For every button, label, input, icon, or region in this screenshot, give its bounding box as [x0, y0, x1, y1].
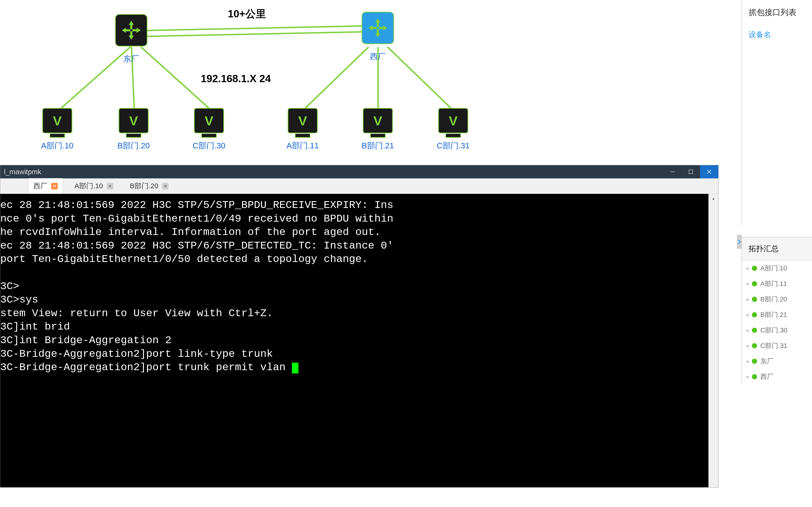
close-button[interactable] [700, 165, 718, 178]
topology-summary-item[interactable]: ▸B部门.20 [742, 291, 812, 307]
terminal-tabs: 西厂✕A部门.10✕B部门.20✕ [0, 178, 718, 194]
pc-c31[interactable]: V C部门.31 [437, 108, 470, 151]
pc-label: B部门.20 [117, 140, 150, 151]
terminal-output[interactable]: ec 28 21:48:01:569 2022 H3C STP/5/STP_BP… [0, 194, 718, 487]
status-dot-icon [752, 343, 757, 348]
terminal-tab[interactable]: B部门.20✕ [125, 178, 173, 194]
terminal-line: 3C]int Bridge-Aggregation 2 [0, 334, 716, 347]
chevron-right-icon: ▸ [747, 266, 749, 271]
terminal-line: he rcvdInfoWhile interval. Information o… [0, 226, 716, 239]
terminal-scrollbar[interactable]: ▴ [708, 194, 718, 487]
minimize-button[interactable] [663, 165, 682, 178]
panel-expand-handle[interactable] [737, 235, 742, 249]
topology-summary-title: 拓扑汇总 [742, 237, 812, 261]
terminal-line: 3C>sys [0, 293, 716, 307]
switch-east[interactable]: 东厂 [115, 14, 148, 64]
terminal-line: 3C]int brid [0, 320, 716, 334]
chevron-right-icon: ▸ [747, 343, 749, 349]
switch-label: 东厂 [123, 54, 139, 64]
status-dot-icon [752, 297, 757, 302]
maximize-icon [688, 169, 693, 174]
switch-west[interactable]: 西厂 [362, 12, 394, 62]
svg-line-7 [387, 47, 453, 110]
topology-summary-item[interactable]: ▸A部门.10 [742, 261, 812, 276]
capture-panel: 抓包接口列表 设备名 [742, 0, 812, 225]
terminal-window: l_mawitpmk 西厂✕A部门.10✕B部门.20✕ ec 28 21:48… [0, 165, 718, 488]
arrows-icon [367, 17, 388, 39]
pc-b21[interactable]: V B部门.21 [362, 108, 394, 151]
window-controls [663, 165, 718, 178]
terminal-line: port Ten-GigabitEthernet1/0/50 detected … [0, 252, 716, 266]
status-dot-icon [752, 281, 757, 286]
svg-line-1 [147, 32, 369, 36]
terminal-titlebar[interactable]: l_mawitpmk [0, 165, 718, 178]
svg-line-5 [303, 47, 369, 110]
terminal-line: 3C-Bridge-Aggregation2]port link-type tr… [0, 347, 716, 361]
pc-a10[interactable]: V A部门.10 [41, 108, 73, 151]
topology-summary-item[interactable]: ▸C部门.31 [742, 338, 812, 353]
terminal-tab[interactable]: A部门.10✕ [70, 178, 118, 194]
scroll-up-icon[interactable]: ▴ [708, 194, 718, 204]
summary-item-label: C部门.31 [760, 341, 787, 350]
terminal-line [0, 266, 716, 280]
status-dot-icon [752, 328, 757, 333]
tab-label: 西厂 [33, 181, 47, 191]
topology-summary-item[interactable]: ▸B部门.21 [742, 307, 812, 323]
topology-summary-item[interactable]: ▸西厂 [742, 369, 812, 385]
status-dot-icon [752, 374, 757, 379]
annotation-distance: 10+公里 [228, 7, 266, 21]
terminal-line: 3C-Bridge-Aggregation2]port trunk permit… [0, 361, 716, 374]
summary-item-label: B部门.20 [760, 295, 787, 304]
switch-icon [115, 14, 148, 47]
pc-c30[interactable]: V C部门.30 [193, 108, 225, 151]
pc-icon: V [119, 108, 149, 133]
pc-label: C部门.31 [437, 140, 470, 151]
pc-icon: V [194, 108, 224, 133]
tab-label: A部门.10 [74, 181, 103, 191]
pc-a11[interactable]: V A部门.11 [286, 108, 319, 151]
summary-item-label: A部门.10 [760, 264, 787, 273]
chevron-right-icon: ▸ [747, 358, 749, 364]
status-dot-icon [752, 359, 757, 364]
topology-summary-item[interactable]: ▸A部门.11 [742, 276, 812, 291]
tab-close-icon[interactable]: ✕ [162, 183, 169, 189]
pc-b20[interactable]: V B部门.20 [117, 108, 150, 151]
terminal-line: ec 28 21:48:01:569 2022 H3C STP/6/STP_DE… [0, 239, 716, 253]
summary-item-label: 西厂 [760, 372, 773, 381]
annotation-subnet: 192.168.1.X 24 [201, 73, 271, 84]
chevron-right-icon: ▸ [747, 296, 749, 302]
svg-line-0 [147, 26, 369, 31]
topology-summary-item[interactable]: ▸东厂 [742, 353, 812, 369]
arrows-icon [121, 20, 142, 41]
close-icon [706, 169, 712, 175]
pc-label: A部门.11 [286, 140, 319, 151]
device-name-link[interactable]: 设备名 [742, 20, 812, 49]
svg-rect-9 [689, 170, 693, 174]
tab-close-icon[interactable]: ✕ [51, 183, 58, 189]
summary-item-label: 东厂 [760, 357, 773, 366]
maximize-button[interactable] [682, 165, 700, 178]
tab-close-icon[interactable]: ✕ [107, 183, 113, 189]
terminal-line: stem View: return to User View with Ctrl… [0, 307, 716, 320]
capture-panel-title: 抓包接口列表 [742, 0, 812, 20]
status-dot-icon [752, 266, 757, 271]
terminal-line: nce 0's port Ten-GigabitEthernet1/0/49 r… [0, 212, 716, 226]
pc-icon: V [438, 108, 468, 133]
terminal-title: l_mawitpmk [4, 168, 41, 176]
topology-summary-panel: 拓扑汇总 ▸A部门.10▸A部门.11▸B部门.20▸B部门.21▸C部门.30… [742, 237, 812, 385]
summary-item-label: A部门.11 [760, 279, 787, 288]
chevron-right-icon: ▸ [747, 374, 749, 380]
chevron-right-icon [738, 239, 741, 244]
cursor-icon [292, 363, 299, 374]
terminal-line: 3C> [0, 280, 716, 293]
pc-icon: V [363, 108, 393, 133]
minimize-icon [670, 169, 675, 175]
pc-label: C部门.30 [193, 140, 225, 151]
pc-icon: V [42, 108, 72, 133]
topology-canvas[interactable]: 10+公里 192.168.1.X 24 东厂 [0, 0, 740, 164]
topology-summary-item[interactable]: ▸C部门.30 [742, 323, 812, 338]
status-dot-icon [752, 312, 757, 317]
terminal-tab[interactable]: 西厂✕ [29, 178, 63, 194]
pc-label: A部门.10 [41, 140, 73, 151]
switch-label: 西厂 [370, 51, 386, 62]
